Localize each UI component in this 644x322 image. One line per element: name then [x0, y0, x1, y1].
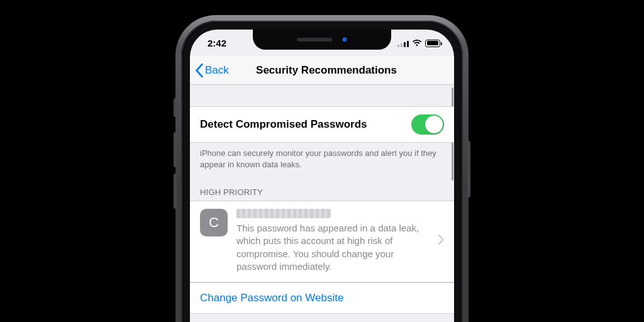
high-priority-header: HIGH PRIORITY	[190, 184, 454, 201]
phone-bezel: 2:42 Security Recommendations Back	[181, 21, 463, 322]
screen: 2:42 Security Recommendations Back	[190, 30, 454, 322]
cellular-signal-icon	[397, 40, 409, 47]
change-password-link[interactable]: Change Password on Website	[190, 282, 454, 314]
back-button[interactable]: Back	[195, 56, 229, 85]
status-indicators	[397, 38, 440, 48]
side-button	[467, 141, 470, 197]
back-label: Back	[205, 64, 229, 77]
disclosure-indicator	[438, 235, 447, 247]
account-title-redacted	[236, 209, 331, 218]
account-body: This password has appeared in a data lea…	[236, 209, 430, 273]
detect-compromised-label: Detect Compromised Passwords	[200, 118, 367, 131]
chevron-left-icon	[195, 64, 204, 77]
status-bar: 2:42	[190, 30, 454, 56]
chevron-right-icon	[438, 235, 444, 245]
wifi-icon	[412, 38, 422, 48]
detect-footer-note: iPhone can securely monitor your passwor…	[190, 143, 454, 184]
detect-compromised-row[interactable]: Detect Compromised Passwords	[190, 106, 454, 143]
navigation-bar: Security Recommendations Back	[190, 56, 454, 85]
switch-knob	[425, 116, 443, 133]
account-avatar: C	[200, 209, 228, 236]
content[interactable]: Detect Compromised Passwords iPhone can …	[190, 85, 454, 322]
volume-down-button	[174, 174, 177, 209]
volume-up-button	[174, 132, 177, 167]
section-gap	[190, 85, 454, 106]
change-password-label: Change Password on Website	[200, 292, 343, 304]
page-title: Security Recommendations	[190, 56, 454, 85]
account-row[interactable]: C This password has appeared in a data l…	[190, 201, 454, 282]
status-time: 2:42	[208, 38, 226, 48]
ring-switch	[174, 98, 177, 117]
stage: 2:42 Security Recommendations Back	[0, 0, 644, 322]
battery-icon	[425, 40, 440, 47]
phone-frame: 2:42 Security Recommendations Back	[175, 15, 469, 322]
account-description: This password has appeared in a data lea…	[236, 222, 427, 273]
detect-compromised-switch[interactable]	[411, 114, 444, 135]
